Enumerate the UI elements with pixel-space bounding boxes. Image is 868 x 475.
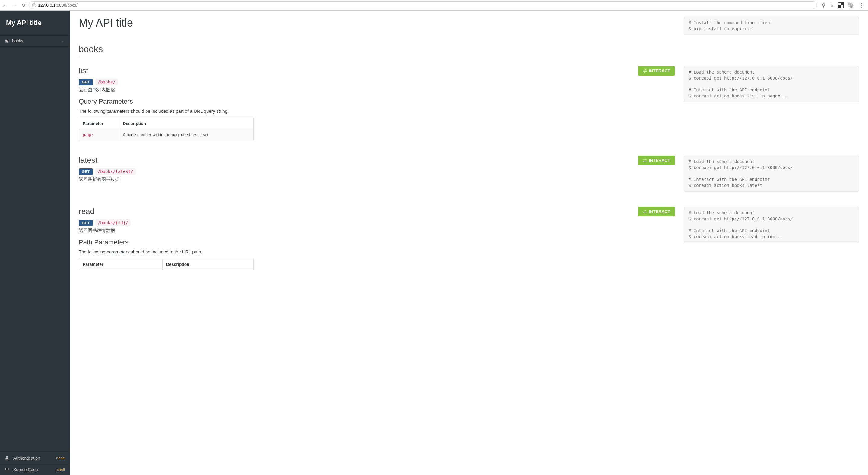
table-header-desc: Description <box>162 259 253 270</box>
params-table: Parameter Description <box>79 259 254 270</box>
api-title: My API title <box>79 16 133 29</box>
method-badge: GET <box>79 220 93 226</box>
params-table: Parameter Description page A page number… <box>79 118 254 140</box>
bookmark-icon[interactable]: ☆ <box>830 2 834 8</box>
install-code-block: # Install the command line client $ pip … <box>684 16 859 35</box>
reload-button[interactable]: ⟳ <box>22 2 26 8</box>
url-text: 127.0.0.1:8000/docs/ <box>38 3 78 7</box>
exchange-icon <box>643 69 647 73</box>
endpoint-name: read <box>79 207 94 216</box>
table-header-param: Parameter <box>79 118 119 129</box>
main-content: My API title # Install the command line … <box>70 10 868 475</box>
chevron-down-icon: ⌄ <box>62 39 65 43</box>
sidebar-item-label: books <box>12 39 23 43</box>
endpoint-read: read INTERACT GET /books/{id}/ 返回图书详情数据 … <box>79 207 859 270</box>
section-title: books <box>79 44 859 57</box>
endpoint-description: 返回图书详情数据 <box>79 228 675 234</box>
exchange-icon <box>643 158 647 163</box>
sidebar-item-books[interactable]: ◉ books ⌄ <box>0 36 70 47</box>
endpoint-list: list INTERACT GET /books/ 返回图书列表数据 Query… <box>79 66 859 140</box>
endpoint-path: /books/{id}/ <box>95 219 131 226</box>
endpoint-code-block: # Load the schema document $ coreapi get… <box>684 66 859 102</box>
user-icon <box>5 455 11 461</box>
source-code-item[interactable]: Source Code shell <box>0 464 70 475</box>
endpoint-latest: latest INTERACT GET /books/latest/ 返回最新的… <box>79 156 859 192</box>
browser-menu-icon[interactable]: ⋮ <box>859 2 864 8</box>
svg-point-0 <box>6 456 7 457</box>
interact-button[interactable]: INTERACT <box>638 207 675 216</box>
sidebar: My API title ◉ books ⌄ Authentication no… <box>0 10 70 475</box>
table-header-desc: Description <box>119 118 254 129</box>
endpoint-description: 返回图书列表数据 <box>79 87 675 93</box>
table-row: page A page number within the paginated … <box>79 129 254 140</box>
param-desc: A page number within the paginated resul… <box>119 129 254 140</box>
sidebar-title: My API title <box>0 10 70 36</box>
endpoint-code-block: # Load the schema document $ coreapi get… <box>684 156 859 192</box>
address-bar[interactable]: i 127.0.0.1:8000/docs/ <box>29 1 817 9</box>
key-icon[interactable]: ⚲ <box>822 2 826 8</box>
params-heading: Query Parameters <box>79 98 675 105</box>
browser-chrome: ← → ⟳ i 127.0.0.1:8000/docs/ ⚲ ☆ 🐘 ⋮ <box>0 0 868 10</box>
method-badge: GET <box>79 79 93 85</box>
evernote-extension-icon[interactable]: 🐘 <box>848 2 855 8</box>
params-note: The following parameters should be inclu… <box>79 108 675 114</box>
forward-button[interactable]: → <box>12 2 18 8</box>
endpoint-description: 返回最新的图书数据 <box>79 177 675 182</box>
auth-label: Authentication <box>13 456 40 461</box>
endpoint-path: /books/latest/ <box>95 168 136 175</box>
endpoint-name: list <box>79 66 88 75</box>
table-header-param: Parameter <box>79 259 162 270</box>
param-name: page <box>83 132 93 137</box>
site-info-icon[interactable]: i <box>32 3 36 7</box>
back-button[interactable]: ← <box>2 2 8 8</box>
interact-button[interactable]: INTERACT <box>638 66 675 76</box>
interact-button[interactable]: INTERACT <box>638 156 675 165</box>
method-badge: GET <box>79 168 93 175</box>
bullet-icon: ◉ <box>5 39 8 43</box>
params-note: The following parameters should be inclu… <box>79 249 675 255</box>
params-heading: Path Parameters <box>79 238 675 246</box>
endpoint-code-block: # Load the schema document $ coreapi get… <box>684 207 859 243</box>
authentication-item[interactable]: Authentication none <box>0 452 70 464</box>
source-value: shell <box>57 467 65 472</box>
endpoint-path: /books/ <box>95 79 118 85</box>
exchange-icon <box>643 209 647 214</box>
qr-extension-icon[interactable] <box>838 2 843 8</box>
auth-value: none <box>56 456 65 460</box>
source-label: Source Code <box>13 467 38 472</box>
code-icon <box>5 467 11 472</box>
endpoint-name: latest <box>79 156 97 165</box>
